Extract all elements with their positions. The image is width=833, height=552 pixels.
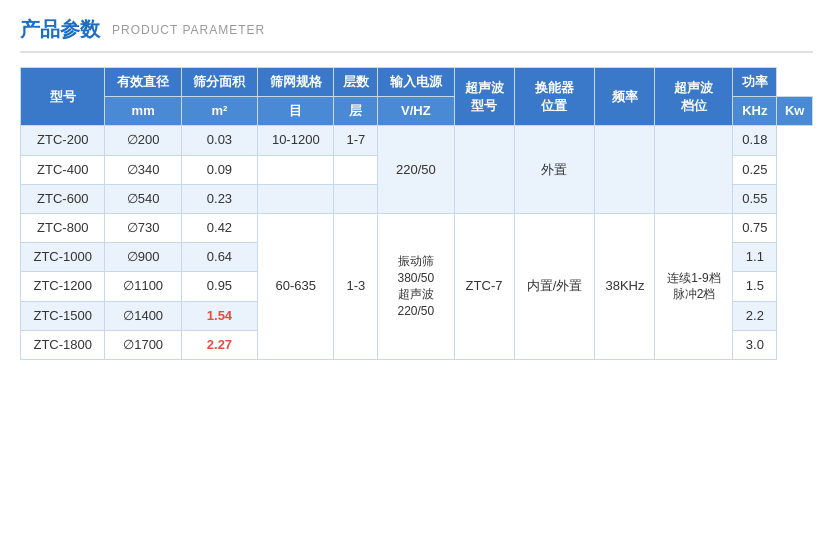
col-area-unit: m² bbox=[181, 97, 257, 126]
product-parameter-table: 型号 有效直径 筛分面积 筛网规格 层数 输入电源 超声波型号 换能器位置 频率… bbox=[20, 67, 813, 360]
cell-power-kw: 1.1 bbox=[733, 243, 777, 272]
table-row: ZTC-800∅7300.4260-6351-3振动筛380/50超声波220/… bbox=[21, 213, 813, 242]
table-header-row1: 型号 有效直径 筛分面积 筛网规格 层数 输入电源 超声波型号 换能器位置 频率… bbox=[21, 68, 813, 97]
cell-power-input: 220/50 bbox=[378, 126, 454, 214]
col-power-kw-unit: Kw bbox=[777, 97, 813, 126]
cell-power-kw: 0.25 bbox=[733, 155, 777, 184]
cell-diameter: ∅1400 bbox=[105, 301, 181, 330]
page-header: 产品参数 PRODUCT PARAMETER bbox=[20, 16, 813, 53]
col-mesh: 筛网规格 bbox=[258, 68, 334, 97]
cell-model: ZTC-400 bbox=[21, 155, 105, 184]
cell-transducer: 外置 bbox=[514, 126, 595, 214]
col-diameter-unit: mm bbox=[105, 97, 181, 126]
cell-diameter: ∅730 bbox=[105, 213, 181, 242]
cell-mesh: 10-1200 bbox=[258, 126, 334, 155]
cell-mesh bbox=[258, 155, 334, 184]
cell-diameter: ∅1700 bbox=[105, 330, 181, 359]
col-ultrasonic-model: 超声波型号 bbox=[454, 68, 514, 126]
cell-model: ZTC-600 bbox=[21, 184, 105, 213]
col-frequency-unit: KHz bbox=[733, 97, 777, 126]
cell-power-kw: 0.55 bbox=[733, 184, 777, 213]
cell-power-kw: 2.2 bbox=[733, 301, 777, 330]
col-layers: 层数 bbox=[334, 68, 378, 97]
cell-diameter: ∅340 bbox=[105, 155, 181, 184]
col-diameter: 有效直径 bbox=[105, 68, 181, 97]
col-level: 超声波档位 bbox=[655, 68, 733, 126]
cell-area: 0.95 bbox=[181, 272, 257, 301]
col-frequency: 频率 bbox=[595, 68, 655, 126]
col-area: 筛分面积 bbox=[181, 68, 257, 97]
cell-layers: 1-7 bbox=[334, 126, 378, 155]
cell-frequency: 38KHz bbox=[595, 213, 655, 359]
cell-frequency bbox=[595, 126, 655, 214]
cell-mesh bbox=[258, 184, 334, 213]
cell-power-kw: 1.5 bbox=[733, 272, 777, 301]
cell-level: 连续1-9档脉冲2档 bbox=[655, 213, 733, 359]
cell-model: ZTC-1200 bbox=[21, 272, 105, 301]
cell-power-kw: 0.18 bbox=[733, 126, 777, 155]
col-transducer: 换能器位置 bbox=[514, 68, 595, 126]
cell-power-input: 振动筛380/50超声波220/50 bbox=[378, 213, 454, 359]
cell-layers: 1-3 bbox=[334, 213, 378, 359]
cell-area: 0.23 bbox=[181, 184, 257, 213]
col-mesh-unit: 目 bbox=[258, 97, 334, 126]
cell-diameter: ∅200 bbox=[105, 126, 181, 155]
cell-transducer: 内置/外置 bbox=[514, 213, 595, 359]
cell-diameter: ∅1100 bbox=[105, 272, 181, 301]
cell-ultrasonic-model bbox=[454, 126, 514, 214]
col-power-input: 输入电源 bbox=[378, 68, 454, 97]
page-title-en: PRODUCT PARAMETER bbox=[112, 23, 265, 37]
col-power-input-unit: V/HZ bbox=[378, 97, 454, 126]
cell-layers bbox=[334, 155, 378, 184]
cell-model: ZTC-1500 bbox=[21, 301, 105, 330]
cell-model: ZTC-200 bbox=[21, 126, 105, 155]
cell-model: ZTC-1000 bbox=[21, 243, 105, 272]
page-title-cn: 产品参数 bbox=[20, 16, 100, 43]
col-model: 型号 bbox=[21, 68, 105, 126]
cell-area: 2.27 bbox=[181, 330, 257, 359]
cell-model: ZTC-800 bbox=[21, 213, 105, 242]
col-power-kw: 功率 bbox=[733, 68, 777, 97]
cell-area: 0.03 bbox=[181, 126, 257, 155]
cell-power-kw: 0.75 bbox=[733, 213, 777, 242]
cell-area: 0.42 bbox=[181, 213, 257, 242]
cell-mesh: 60-635 bbox=[258, 213, 334, 359]
cell-level bbox=[655, 126, 733, 214]
cell-power-kw: 3.0 bbox=[733, 330, 777, 359]
col-layers-unit: 层 bbox=[334, 97, 378, 126]
cell-ultrasonic-model: ZTC-7 bbox=[454, 213, 514, 359]
cell-area: 1.54 bbox=[181, 301, 257, 330]
cell-model: ZTC-1800 bbox=[21, 330, 105, 359]
cell-area: 0.09 bbox=[181, 155, 257, 184]
cell-layers bbox=[334, 184, 378, 213]
table-body: ZTC-200∅2000.0310-12001-7220/50外置0.18ZTC… bbox=[21, 126, 813, 360]
cell-diameter: ∅900 bbox=[105, 243, 181, 272]
table-row: ZTC-200∅2000.0310-12001-7220/50外置0.18 bbox=[21, 126, 813, 155]
cell-area: 0.64 bbox=[181, 243, 257, 272]
cell-diameter: ∅540 bbox=[105, 184, 181, 213]
table-container: 振泰机械 ZHENTAIJIXIE 型号 有效直径 筛分面积 筛网规格 层数 输… bbox=[20, 67, 813, 360]
